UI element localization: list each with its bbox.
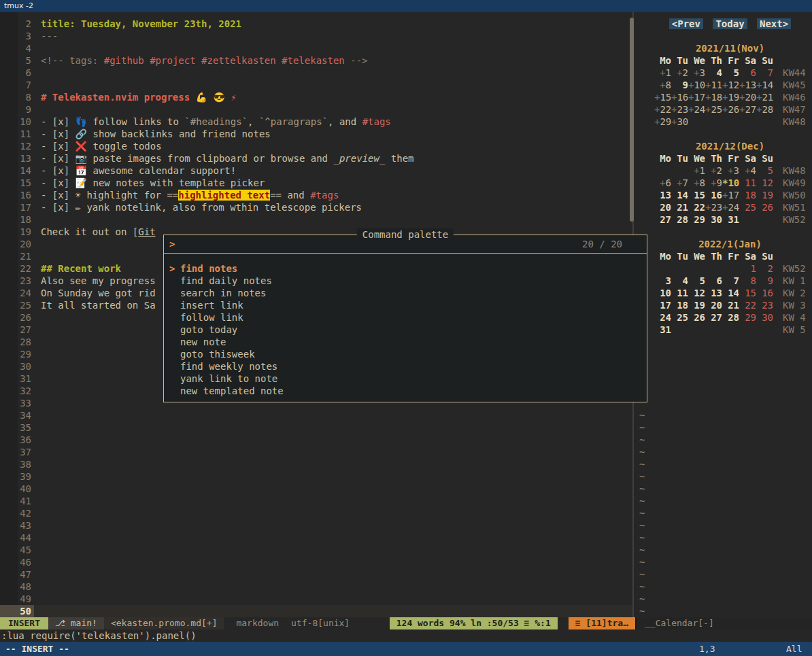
editor-line[interactable]: 16- [x] ☀ highlight for ==highlighted te…: [0, 189, 632, 201]
editor-line[interactable]: 15- [x] 📝 new notes with template picker: [0, 177, 632, 189]
editor-line[interactable]: 42: [0, 507, 632, 519]
calendar-day[interactable]: 22: [688, 201, 705, 213]
calendar-day[interactable]: 16: [756, 287, 773, 299]
editor-line[interactable]: 2title: Tuesday, November 23th, 2021: [0, 18, 632, 30]
editor-line[interactable]: 44: [0, 532, 632, 544]
calendar-day[interactable]: 25: [739, 201, 756, 213]
calendar-day[interactable]: 12: [688, 287, 705, 299]
editor-line[interactable]: 6: [0, 67, 632, 79]
calendar-day[interactable]: 7: [756, 67, 773, 79]
editor-line[interactable]: 10- [x] 👣 follow links to `#headings`, `…: [0, 116, 632, 128]
editor-line[interactable]: 9: [0, 103, 632, 116]
calendar-day[interactable]: 13: [654, 189, 671, 201]
calendar-day[interactable]: 20: [705, 299, 722, 311]
editor-line[interactable]: 11- [x] 🔗 show backlinks and friend note…: [0, 128, 632, 140]
editor-line[interactable]: 7: [0, 79, 632, 91]
calendar-day[interactable]: 25: [671, 311, 688, 324]
calendar-day[interactable]: 26: [688, 311, 705, 324]
calendar-day[interactable]: +24: [688, 103, 705, 116]
calendar-day[interactable]: 10: [654, 287, 671, 299]
palette-item[interactable]: find weekly notes: [169, 360, 641, 373]
calendar-day[interactable]: 27: [654, 213, 671, 226]
calendar-day[interactable]: +18: [705, 91, 722, 103]
calendar-next-button[interactable]: Next>: [757, 18, 791, 29]
editor-line[interactable]: 14- [x] 📅 awesome calendar support!: [0, 165, 632, 177]
calendar-day[interactable]: 29: [739, 311, 756, 324]
calendar-day[interactable]: +2: [705, 165, 722, 177]
editor-line[interactable]: 41: [0, 495, 632, 507]
calendar-day[interactable]: 30: [705, 213, 722, 226]
calendar-day[interactable]: +29: [654, 116, 671, 128]
calendar-day[interactable]: +28: [756, 103, 773, 116]
calendar-day[interactable]: 31: [722, 213, 739, 226]
calendar-day[interactable]: 1: [739, 262, 756, 275]
calendar-day[interactable]: 11: [671, 287, 688, 299]
editor-line[interactable]: 4: [0, 42, 632, 54]
calendar-day[interactable]: 6: [705, 275, 722, 287]
calendar-day[interactable]: 24: [654, 311, 671, 324]
editor-line[interactable]: 47: [0, 568, 632, 581]
calendar-day[interactable]: 13: [705, 287, 722, 299]
calendar-day[interactable]: 11: [739, 177, 756, 189]
editor-line[interactable]: 46: [0, 556, 632, 568]
calendar-day[interactable]: +15: [654, 91, 671, 103]
calendar-day[interactable]: 16: [705, 189, 722, 201]
calendar-day[interactable]: 26: [756, 201, 773, 213]
palette-item[interactable]: insert link: [169, 299, 641, 311]
palette-item[interactable]: goto today: [169, 324, 641, 336]
calendar-day[interactable]: 23: [756, 299, 773, 311]
palette-item[interactable]: find daily notes: [169, 275, 641, 287]
calendar-day[interactable]: +17: [688, 91, 705, 103]
palette-item[interactable]: new note: [169, 336, 641, 348]
calendar-day[interactable]: +16: [671, 91, 688, 103]
palette-item[interactable]: >find notes: [169, 262, 641, 275]
calendar-day[interactable]: +24: [722, 201, 739, 213]
calendar-day[interactable]: +8: [688, 177, 705, 189]
calendar-day[interactable]: 9: [671, 79, 688, 91]
calendar-day[interactable]: 19: [756, 189, 773, 201]
editor-line[interactable]: 49: [0, 593, 632, 605]
calendar-day[interactable]: +7: [671, 177, 688, 189]
editor-line[interactable]: 40: [0, 483, 632, 495]
calendar-day[interactable]: +12: [722, 79, 739, 91]
calendar-day[interactable]: 5: [688, 275, 705, 287]
editor-line[interactable]: 43: [0, 519, 632, 532]
calendar-day[interactable]: +14: [756, 79, 773, 91]
calendar-day[interactable]: +19: [722, 91, 739, 103]
calendar-day[interactable]: 2: [756, 262, 773, 275]
calendar-day[interactable]: 12: [756, 177, 773, 189]
editor-line[interactable]: 38: [0, 458, 632, 470]
editor-line[interactable]: 48: [0, 581, 632, 593]
calendar-day[interactable]: +11: [705, 79, 722, 91]
calendar-day[interactable]: 14: [671, 189, 688, 201]
calendar-today-button[interactable]: Today: [713, 18, 747, 29]
calendar-day[interactable]: 20: [654, 201, 671, 213]
editor-line[interactable]: 3---: [0, 30, 632, 42]
editor-line[interactable]: 17- [x] ✏ yank notelink, also from wthin…: [0, 201, 632, 213]
calendar-day[interactable]: +20: [739, 91, 756, 103]
calendar-day[interactable]: 19: [688, 299, 705, 311]
calendar-day[interactable]: 30: [756, 311, 773, 324]
editor-line[interactable]: 13- [x] 📷 paste images from clipboard or…: [0, 152, 632, 165]
calendar-day[interactable]: 9: [756, 275, 773, 287]
calendar-day[interactable]: +25: [705, 103, 722, 116]
calendar-day[interactable]: 4: [705, 67, 722, 79]
calendar-day[interactable]: +9: [705, 177, 722, 189]
editor-line[interactable]: 37: [0, 446, 632, 458]
calendar-day[interactable]: 21: [671, 201, 688, 213]
calendar-day[interactable]: 17: [654, 299, 671, 311]
calendar-day[interactable]: +22: [654, 103, 671, 116]
editor-line[interactable]: 5<!-- tags: #github #project #zettelkast…: [0, 54, 632, 67]
calendar-prev-button[interactable]: <Prev: [669, 18, 703, 29]
calendar-day[interactable]: 8: [739, 275, 756, 287]
palette-item[interactable]: yank link to note: [169, 373, 641, 385]
calendar-day[interactable]: 27: [705, 311, 722, 324]
calendar-day[interactable]: 29: [688, 213, 705, 226]
calendar-day[interactable]: 5: [756, 165, 773, 177]
editor-line[interactable]: 35: [0, 421, 632, 434]
calendar-day[interactable]: *10: [722, 177, 739, 189]
calendar-day[interactable]: 18: [739, 189, 756, 201]
calendar-day[interactable]: +23: [705, 201, 722, 213]
calendar-day[interactable]: +23: [671, 103, 688, 116]
calendar-day[interactable]: 3: [654, 275, 671, 287]
